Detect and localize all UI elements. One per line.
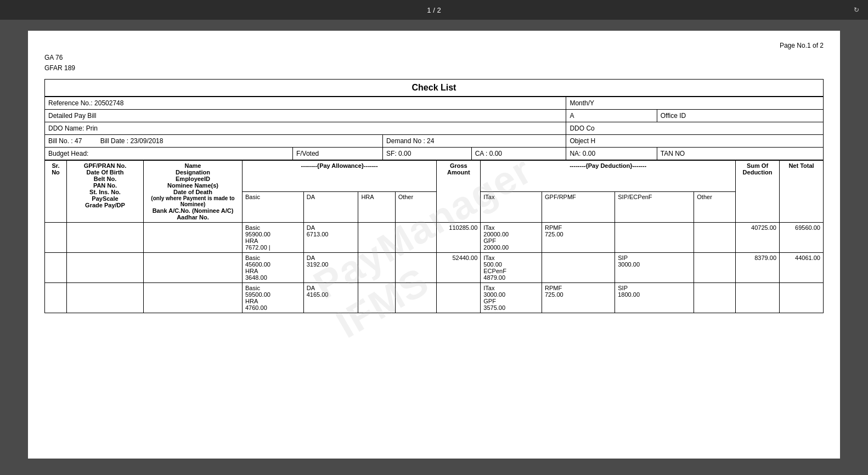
itax-2: ITax 500.00 ECPenF 4879.00 xyxy=(481,253,542,283)
table-row: Basic 59500.00 HRA 4760.00 DA 4165.00 IT… xyxy=(45,283,824,313)
demand-no-cell: Demand No : 24 xyxy=(383,135,566,148)
col-pay-allowance-header: --------{Pay Allowance}------- xyxy=(243,161,437,192)
blurred-bill xyxy=(98,112,142,120)
basic-1: Basic 95900.00 HRA 7672.00 | xyxy=(243,223,304,253)
blurred-ddo-code xyxy=(596,125,629,132)
sr-2 xyxy=(45,253,67,283)
sip-3: SIP 1800.00 xyxy=(615,283,694,313)
ca-cell: CA : 0.00 xyxy=(471,148,566,160)
refresh-icon[interactable]: ↻ xyxy=(854,6,859,14)
main-table: Sr. No GPF/PRAN No. Date Of Birth Belt N… xyxy=(44,160,824,313)
info-row-1: Reference No.: 20502748 Month/Y xyxy=(45,97,824,110)
table-row: Basic 95900.00 HRA 7672.00 | DA 6713.00 … xyxy=(45,223,824,253)
blurred-office xyxy=(688,112,714,120)
other-allow-2 xyxy=(395,253,437,283)
blurred-month xyxy=(596,99,623,107)
other-deduct-3 xyxy=(694,283,736,313)
col-gpf-pran: GPF/PRAN No. Date Of Birth Belt No. PAN … xyxy=(67,161,144,223)
office-id-cell: Office ID xyxy=(657,110,823,122)
header-codes: GA 76 GFAR 189 xyxy=(44,53,824,73)
net-total-3 xyxy=(780,283,824,313)
net-total-1: 69560.00 xyxy=(780,223,824,253)
col-name: Name Designation EmployeeID Nominee Name… xyxy=(144,161,243,223)
sub-itax: ITax xyxy=(481,191,542,223)
top-bar: 1 / 2 ↻ xyxy=(0,0,868,20)
sub-da: DA xyxy=(303,191,358,223)
ga-code: GA 76 xyxy=(44,53,824,63)
blurred-object xyxy=(597,137,626,145)
gpf-3 xyxy=(67,283,144,313)
name-3 xyxy=(144,283,243,313)
hra-2 xyxy=(358,253,395,283)
basic-2: Basic 45600.00 HRA 3648.00 xyxy=(243,253,304,283)
info-row-4: Bill No. : 47 Bill Date : 23/09/2018 Dem… xyxy=(45,135,824,148)
other-deduct-2 xyxy=(694,253,736,283)
col-sr-no: Sr. No xyxy=(45,161,67,223)
sum-deduct-1: 40725.00 xyxy=(736,223,780,253)
col-gross-amount: GrossAmount xyxy=(437,161,481,223)
blurred-ddo xyxy=(99,125,154,132)
gpf-2 xyxy=(67,253,144,283)
table-row: Basic 45600.00 HRA 3648.00 DA 3192.00 52… xyxy=(45,253,824,283)
other-allow-1 xyxy=(395,223,437,253)
itax-1: ITax 20000.00 GPF 20000.00 xyxy=(481,223,542,253)
document-title: Check List xyxy=(44,79,824,97)
gross-1: 110285.00 xyxy=(437,223,481,253)
sub-hra: HRA xyxy=(358,191,395,223)
pagination-text: 1 / 2 xyxy=(427,6,441,14)
sip-2: SIP 3000.00 xyxy=(615,253,694,283)
ddo-code-cell: DDO Co xyxy=(566,122,824,135)
gpf-1 xyxy=(67,223,144,253)
da-1: DA 6713.00 xyxy=(303,223,358,253)
rpmf-1: RPMF 725.00 xyxy=(542,223,615,253)
itax-3: ITax 3000.00 GPF 3575.00 xyxy=(481,283,542,313)
sum-deduct-3 xyxy=(736,283,780,313)
blurred-a xyxy=(576,112,583,120)
sip-1 xyxy=(615,223,694,253)
hra-3 xyxy=(358,283,395,313)
rpmf-3: RPMF 725.00 xyxy=(542,283,615,313)
basic-3: Basic 59500.00 HRA 4760.00 xyxy=(243,283,304,313)
sub-basic: Basic xyxy=(243,191,304,223)
name-1 xyxy=(144,223,243,253)
da-3: DA 4165.00 xyxy=(303,283,358,313)
info-table: Reference No.: 20502748 Month/Y Detailed… xyxy=(44,97,824,160)
blurred-ref xyxy=(126,99,144,107)
rpmf-2 xyxy=(542,253,615,283)
sum-deduct-2: 8379.00 xyxy=(736,253,780,283)
sub-sip: SIP/ECPenF xyxy=(615,191,694,223)
col-net-total: Net Total xyxy=(780,161,824,223)
blurred-budget xyxy=(91,150,123,157)
info-row-2: Detailed Pay Bill A Office ID xyxy=(45,110,824,122)
col-pay-deduction-header: --------{Pay Deduction}------- xyxy=(481,161,736,192)
ddo-name-cell: DDO Name: Prin xyxy=(45,122,566,135)
f-voted-cell: F/Voted xyxy=(292,148,382,160)
hra-1 xyxy=(358,223,395,253)
object-h-cell: Object H xyxy=(566,135,824,148)
budget-head-cell: Budget Head: xyxy=(45,148,293,160)
info-row-3: DDO Name: Prin DDO Co xyxy=(45,122,824,135)
sub-other-allow: Other xyxy=(395,191,437,223)
gross-3 xyxy=(437,283,481,313)
bill-no-cell: Bill No. : 47 Bill Date : 23/09/2018 xyxy=(45,135,383,148)
month-year-cell: Month/Y xyxy=(566,97,824,110)
sr-1 xyxy=(45,223,67,253)
page-container: PayManagerIFMS Page No.1 of 2 GA 76 GFAR… xyxy=(28,31,840,459)
other-deduct-1 xyxy=(694,223,736,253)
tan-no-cell: TAN NO xyxy=(657,148,823,160)
page-number: Page No.1 of 2 xyxy=(44,42,824,49)
main-table-header: Sr. No GPF/PRAN No. Date Of Birth Belt N… xyxy=(45,161,824,192)
a-cell: A xyxy=(566,110,657,122)
gross-2: 52440.00 xyxy=(437,253,481,283)
da-2: DA 3192.00 xyxy=(303,253,358,283)
reference-cell: Reference No.: 20502748 xyxy=(45,97,566,110)
detailed-bill-cell: Detailed Pay Bill xyxy=(45,110,566,122)
na-cell: NA: 0.00 xyxy=(566,148,657,160)
other-allow-3 xyxy=(395,283,437,313)
col-sum-deduction: Sum OfDeduction xyxy=(736,161,780,223)
sub-gpf: GPF/RPMF xyxy=(542,191,615,223)
net-total-2: 44061.00 xyxy=(780,253,824,283)
gfar-code: GFAR 189 xyxy=(44,63,824,73)
sub-other-deduct: Other xyxy=(694,191,736,223)
info-row-5: Budget Head: F/Voted SF: 0.00 CA : 0.00 … xyxy=(45,148,824,160)
